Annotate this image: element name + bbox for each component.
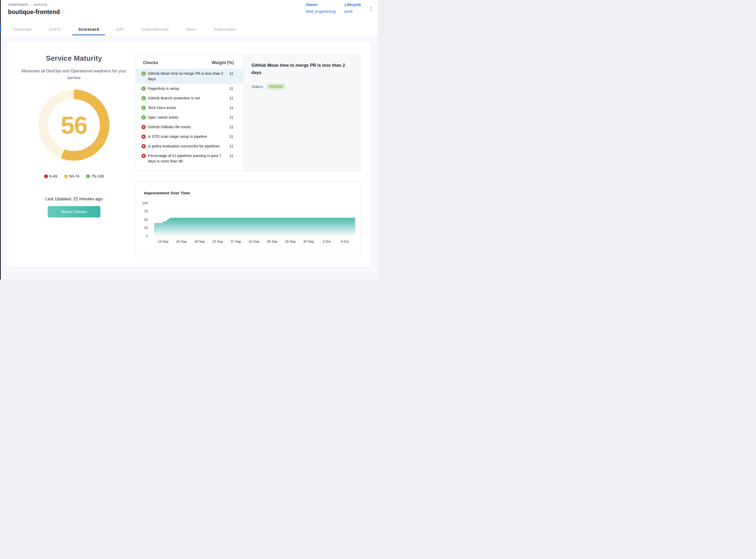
page-title: boutique-frontend (8, 8, 60, 16)
favorite-star-icon[interactable]: ☆ (61, 8, 65, 14)
y-axis-tick: 0 (136, 234, 148, 239)
tab-overview[interactable]: Overview (7, 22, 37, 36)
check-row[interactable]: ✓Spec owner exists11 (136, 113, 243, 122)
chart-svg-holder (154, 200, 355, 236)
tab-scorecard[interactable]: Scorecard (72, 22, 105, 36)
check-weight: 11 (229, 143, 233, 149)
last-updated-text: Last Updated: 22 minutes ago (6, 197, 141, 201)
status-label: Status: (251, 84, 264, 89)
legend-item: 0-49 (44, 174, 58, 179)
check-failed-icon: ✕ (141, 154, 146, 158)
more-options-icon[interactable] (369, 6, 372, 13)
check-label: GitHub Gitleaks file exists (148, 124, 229, 130)
left-rail-active-indicator (0, 25, 1, 32)
check-weight: 11 (229, 134, 233, 139)
check-label: Pagerduty is setup (148, 86, 229, 91)
check-weight: 11 (229, 86, 233, 91)
check-row[interactable]: ✕Is STO scan stage setup in pipeline11 (136, 132, 243, 141)
app-window: COMPONENT — SERVICE boutique-frontend ☆ … (0, 0, 378, 280)
check-row[interactable]: ✓Pagerduty is setup11 (136, 84, 243, 93)
legend-item: 50-74 (64, 174, 79, 179)
tab-label: Dependencies (141, 27, 169, 31)
x-axis-tick: 14 Sep (154, 240, 172, 243)
y-axis-tick: 100 (136, 201, 148, 205)
tab-label: Scorecard (78, 27, 99, 31)
legend-item: 75-100 (86, 174, 104, 179)
x-axis-tick: 2 Oct (318, 240, 336, 243)
tab-label: Docs (186, 27, 196, 31)
improvement-area-chart (154, 200, 355, 236)
rerun-checks-button[interactable]: Rerun Checks (48, 206, 100, 218)
legend-dot (44, 174, 48, 178)
check-weight: 11 (229, 115, 233, 120)
x-axis-tick: 22 Sep (227, 240, 245, 243)
check-failed-icon: ✕ (141, 134, 146, 139)
check-weight: 11 (229, 124, 233, 130)
legend-label: 0-49 (49, 174, 58, 179)
left-rail (0, 0, 1, 280)
check-passed-icon: ✓ (141, 86, 146, 91)
tab-label: API (117, 27, 124, 31)
y-axis-tick: 50 (136, 218, 148, 222)
owner-value-link[interactable]: field_engineering (306, 9, 336, 14)
tab-api[interactable]: API (111, 22, 130, 36)
check-row[interactable]: ✕GitHub Gitleaks file exists11 (136, 122, 243, 132)
check-row[interactable]: ✕Percentage of CI pipelines passing in p… (136, 151, 243, 166)
x-axis-tick: 26 Sep (263, 240, 281, 243)
check-label: Is policy evaluation successful for pipe… (148, 143, 229, 149)
x-axis-tick: 4 Oct (336, 240, 354, 243)
check-weight: 11 (229, 95, 233, 101)
check-passed-icon: ✓ (141, 106, 146, 110)
legend-label: 75-100 (91, 174, 104, 179)
tab-dependencies[interactable]: Dependencies (135, 22, 175, 36)
score-donut: 56 (39, 90, 110, 161)
entity-header: COMPONENT — SERVICE boutique-frontend ☆ … (1, 0, 378, 22)
tab-label: Kubernetes (214, 27, 236, 31)
lifecycle-block: Lifecycle prod (345, 3, 361, 14)
check-detail-title: GitHub Mean time to merge PR is less tha… (251, 62, 353, 76)
tab-kubernetes[interactable]: Kubernetes (208, 22, 242, 36)
legend-label: 50-74 (69, 174, 79, 179)
check-weight: 11 (229, 105, 233, 111)
y-axis-tick: 25 (136, 225, 148, 230)
scorecard-card: Service Maturity Measures all DevOps and… (6, 42, 371, 267)
check-label: GitHub Branch protection is set (148, 95, 229, 101)
checks-list-wrap: Checks Weight (%) ✓GitHub Mean time to m… (136, 54, 244, 171)
check-row[interactable]: ✓Tech Docs exists11 (136, 103, 243, 113)
legend-dot (64, 174, 68, 178)
tab-bar: OverviewCI/CDScorecardAPIDependenciesDoc… (1, 22, 378, 36)
tab-label: CI/CD (49, 27, 61, 31)
check-detail-panel: GitHub Mean time to merge PR is less tha… (244, 54, 361, 171)
score-value: 56 (39, 90, 110, 161)
checks-list-header: Checks Weight (%) (136, 54, 243, 65)
tab-docs[interactable]: Docs (180, 22, 202, 36)
checks-list: ✓GitHub Mean time to merge PR is less th… (136, 69, 243, 166)
scorecard-title: Service Maturity (6, 54, 141, 63)
owner-label: Owner (306, 3, 336, 7)
check-failed-icon: ✕ (141, 125, 146, 129)
check-label: Tech Docs exists (148, 105, 229, 111)
check-row[interactable]: ✓GitHub Branch protection is set11 (136, 93, 243, 103)
weight-column-header: Weight (%) (212, 60, 234, 65)
check-row[interactable]: ✕Is policy evaluation successful for pip… (136, 141, 243, 151)
check-label: Percentage of CI pipelines passing in pa… (148, 153, 229, 164)
x-axis-tick: 30 Sep (299, 240, 318, 243)
check-label: GitHub Mean time to merge PR is less tha… (148, 71, 229, 82)
lifecycle-value-link[interactable]: prod (345, 9, 361, 14)
x-axis-tick: 18 Sep (190, 240, 209, 243)
checks-column-header: Checks (143, 60, 158, 65)
check-passed-icon: ✓ (141, 71, 146, 76)
x-axis-tick: 28 Sep (281, 240, 299, 243)
legend-dot (86, 174, 90, 178)
x-axis-tick: 20 Sep (209, 240, 227, 243)
breadcrumb: COMPONENT — SERVICE (8, 3, 47, 6)
tab-ci-cd[interactable]: CI/CD (43, 22, 67, 36)
status-badge: PASSED (267, 84, 285, 90)
active-tab-underline (72, 35, 105, 35)
check-failed-icon: ✕ (141, 144, 146, 149)
owner-block: Owner field_engineering (306, 3, 336, 14)
x-axis-tick: 24 Sep (245, 240, 263, 243)
y-axis-tick: 75 (136, 209, 148, 214)
check-row[interactable]: ✓GitHub Mean time to merge PR is less th… (136, 69, 243, 84)
check-label: Spec owner exists (148, 115, 229, 120)
